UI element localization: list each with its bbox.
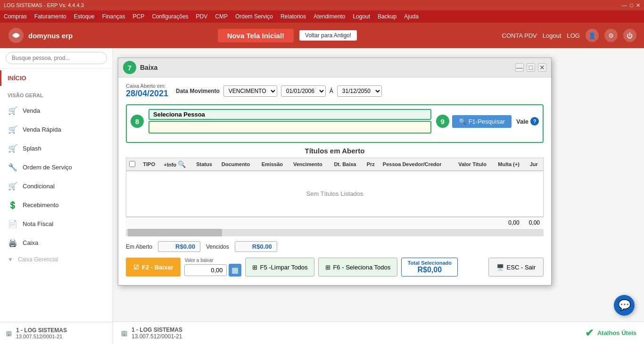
menu-cmp[interactable]: CMP (215, 13, 228, 20)
btn-voltar-antigo[interactable]: Voltar para Antigo! (299, 30, 357, 41)
building-icon-bottom: 🏢 (121, 330, 128, 336)
date-from-select[interactable]: 01/01/2006 (281, 85, 326, 97)
condicional-label: Condicional (23, 183, 55, 190)
more-icon: ▼ (8, 256, 13, 263)
info-search-icon[interactable]: 🔍 (178, 160, 186, 168)
step-badge-7: 7 (123, 61, 136, 74)
logo-text: domynus erp (28, 32, 73, 40)
settings-icon[interactable]: ⚙ (604, 29, 618, 42)
person-area: 8 Seleciona Pessoa 9 🔍 F1-Pesquisar (126, 104, 544, 143)
building-icon: 🏢 (6, 330, 12, 336)
step-badge-9: 9 (436, 115, 449, 128)
app-title: LOG SISTEMAS - ERP Vs: 4.4.4.3 (4, 2, 84, 8)
data-movimento-select[interactable]: VENCIMENTO EMISSÃO BAIXA (223, 85, 277, 97)
menu-relatorios[interactable]: Relatorios (281, 13, 306, 20)
search-input[interactable] (6, 52, 107, 64)
menu-estoque[interactable]: Estoque (74, 13, 95, 20)
close-btn[interactable]: ✕ (636, 2, 640, 8)
btn-sair[interactable]: 🖥️ ESC - Sair (488, 258, 544, 277)
company-cnpj: 13.007.512/0001-21 (132, 333, 182, 340)
atalhos-label: Atalhos Úteis (597, 329, 636, 336)
header-bar: domynus erp Nova Tela Inicial! Voltar pa… (0, 23, 644, 48)
sidebar-item-ordem-servico[interactable]: 🔧 Ordem de Serviço (0, 158, 113, 176)
col-mk (126, 158, 140, 171)
valor-baixar-label: Valor a baixar (184, 258, 241, 263)
btn-baixar[interactable]: ☑ F2 - Baixar (126, 258, 181, 277)
person-input[interactable] (149, 121, 431, 134)
help-icon[interactable]: ? (530, 117, 539, 126)
splash-label: Splash (23, 145, 41, 152)
maximize-btn[interactable]: □ (630, 2, 633, 8)
col-jur: Jur (527, 158, 543, 171)
menu-atendimento[interactable]: Atendimento (314, 13, 345, 20)
date-to-select[interactable]: 31/12/2050 (337, 85, 382, 97)
sidebar-item-venda[interactable]: 🛒 Venda (0, 101, 113, 120)
total-right: 0,00 (529, 219, 540, 226)
modal-titlebar: 7 Baixa — □ ✕ (118, 58, 551, 77)
col-emissao: Emissão (259, 158, 290, 171)
modal-maximize-btn[interactable]: □ (527, 63, 535, 72)
menu-backup[interactable]: Backup (378, 13, 396, 20)
sidebar-item-condicional[interactable]: 🛒 Condicional (0, 176, 113, 195)
power-icon[interactable]: ⏻ (623, 29, 636, 42)
mk-checkbox[interactable] (129, 161, 135, 167)
sair-icon: 🖥️ (496, 264, 504, 271)
visao-geral-label: VISÃO GERAL (0, 90, 113, 101)
ordem-label: Ordem de Serviço (23, 164, 72, 171)
minimize-btn[interactable]: — (622, 2, 627, 8)
ordem-icon: 🔧 (8, 162, 18, 172)
venda-icon: 🛒 (8, 105, 18, 116)
btn-seleciona-todos[interactable]: ⊞ F6 - Seleciona Todos (318, 258, 397, 277)
valor-baixar-input[interactable] (184, 264, 227, 276)
recebimento-icon: 💲 (8, 200, 18, 210)
user-icon[interactable]: 👤 (586, 29, 599, 42)
atalhos-section[interactable]: ✔ Atalhos Úteis (585, 327, 636, 339)
sidebar-item-splash[interactable]: 🛒 Splash (0, 139, 113, 158)
vencidos-value: R$0.00 (235, 241, 277, 252)
menu-faturamento[interactable]: Faturamento (34, 13, 66, 20)
title-bar-controls: — □ ✕ (622, 2, 640, 8)
col-valor-titulo: Valor Titulo (455, 158, 495, 171)
modal-body: Caixa Aberto em: 28/04/2021 Data Movimen… (118, 77, 551, 285)
chat-bubble[interactable]: 💬 (614, 295, 635, 316)
bottom-info: Em Aberto R$0.00 Vencidos R$0.00 (126, 237, 544, 255)
caixa-label: Caixa (23, 239, 38, 246)
menu-ordem-servico[interactable]: Ordem Serviço (235, 13, 273, 20)
step-badge-8: 8 (131, 115, 144, 128)
table-container: TIPO +Info 🔍 Status Documento Emissão Ve… (126, 158, 544, 217)
modal-minimize-btn[interactable]: — (515, 63, 524, 72)
menu-configuracoes[interactable]: Configurações (152, 13, 188, 20)
menu-ajuda[interactable]: Ajuda (404, 13, 419, 20)
nota-label: Nota Fiscal (23, 220, 53, 227)
caixa-icon: 🖨️ (8, 237, 18, 248)
col-prz: Prz (364, 158, 380, 171)
conta-pdv-label: CONTA PDV (502, 32, 537, 39)
logout-label[interactable]: Logout (543, 32, 561, 39)
modal-title-left: 7 Baixa (123, 61, 157, 74)
table-title: Títulos em Aberto (126, 147, 544, 155)
splash-icon: 🛒 (8, 143, 18, 153)
data-movimento-label: Data Movimento (176, 88, 220, 94)
menu-logout[interactable]: Logout (353, 13, 370, 20)
btn-limpar-todos[interactable]: ⊞ F5 -Limpar Todos (245, 258, 314, 277)
content-area: 7 Baixa — □ ✕ Caixa Aberto em: 28/04/202… (113, 48, 644, 344)
sidebar-item-caixa[interactable]: 🖨️ Caixa (0, 233, 113, 252)
col-vencimento: Vencimento (290, 158, 331, 171)
more-label: Caixa Gerencial (18, 256, 58, 263)
menu-pcp[interactable]: PCP (132, 13, 144, 20)
sidebar-item-nota-fiscal[interactable]: 📄 Nota Fiscal (0, 214, 113, 233)
sidebar-item-recebimento[interactable]: 💲 Recebimento (0, 195, 113, 214)
btn-pesquisar[interactable]: 🔍 F1-Pesquisar (452, 115, 512, 128)
horizontal-scrollbar[interactable] (126, 229, 544, 236)
sidebar-item-inicio[interactable]: INÍCIO (0, 70, 113, 86)
menu-financas[interactable]: Finanças (102, 13, 125, 20)
menu-pdv[interactable]: PDV (196, 13, 208, 20)
nota-icon: 📄 (8, 218, 18, 229)
sidebar-item-more[interactable]: ▼ Caixa Gerencial (0, 252, 113, 267)
modal-close-btn[interactable]: ✕ (538, 63, 546, 72)
company-info: 🏢 1 - LOG SISTEMAS 13.007.512/0001-21 (121, 327, 182, 340)
btn-calculator[interactable]: ▦ (229, 264, 241, 277)
sidebar-item-venda-rapida[interactable]: 🛒 Venda Rápida (0, 120, 113, 139)
col-multa: Multa (+) (495, 158, 527, 171)
menu-compras[interactable]: Compras (4, 13, 27, 20)
